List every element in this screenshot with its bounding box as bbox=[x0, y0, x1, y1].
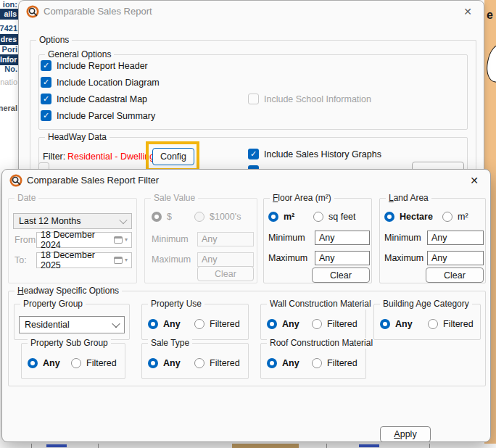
chevron-down-icon bbox=[119, 216, 127, 224]
radio-building-age-any[interactable]: Any bbox=[380, 319, 413, 329]
calendar-dropdown[interactable]: ▾ bbox=[114, 257, 128, 264]
radio-land-area-m2[interactable]: m² bbox=[442, 212, 468, 222]
screen: ion: ails 27421 dres Pori Infor No. nati… bbox=[0, 0, 496, 448]
date-from-field[interactable]: 18 December 2024 ▾ bbox=[36, 232, 132, 248]
comparable-sales-report-filter-dialog: Comparable Sales Report Filter ✕ Date La… bbox=[1, 169, 491, 442]
radio-label: Any bbox=[163, 319, 181, 329]
filter-label: Filter: bbox=[43, 152, 65, 162]
property-group-dropdown[interactable]: Residential bbox=[19, 316, 125, 333]
radio-sale-type-filtered[interactable]: Filtered bbox=[194, 358, 240, 368]
property-group-groupbox: Property Group Residential bbox=[14, 304, 130, 340]
bg-map-fragment bbox=[232, 444, 299, 448]
bg-text-fragment: No. bbox=[4, 65, 17, 73]
radio-roof-filtered[interactable]: Filtered bbox=[312, 358, 357, 368]
radio-unselected-disabled-icon bbox=[194, 212, 204, 222]
chevron-down-icon: ▾ bbox=[125, 236, 128, 244]
bg-text-fragment: ion: bbox=[3, 0, 17, 9]
field-value: Any bbox=[319, 253, 335, 263]
radio-property-sub-group-filtered[interactable]: Filtered bbox=[71, 358, 117, 368]
radio-label: Any bbox=[395, 319, 413, 329]
apply-button[interactable]: Apply bbox=[380, 426, 431, 442]
filter-dialog-close-icon[interactable]: ✕ bbox=[467, 173, 481, 188]
checked-checkbox-icon: ✓ bbox=[41, 77, 51, 88]
roof-construction-material-groupbox: Roof Construction Material Any Filtered bbox=[260, 343, 366, 379]
land-area-maximum-field[interactable]: Any bbox=[427, 251, 484, 265]
floor-area-minimum-field[interactable]: Any bbox=[315, 231, 370, 245]
radio-selected-icon bbox=[384, 212, 394, 222]
date-to-field[interactable]: 18 December 2025 ▾ bbox=[36, 252, 132, 268]
land-area-clear-button[interactable]: Clear bbox=[426, 267, 484, 283]
radio-unselected-icon bbox=[312, 358, 322, 368]
date-to-value: 18 December 2025 bbox=[41, 250, 114, 270]
bg-text-fragment: 27421 bbox=[0, 24, 17, 33]
main-dialog-close-icon[interactable]: ✕ bbox=[460, 4, 475, 19]
radio-label: Filtered bbox=[86, 358, 117, 368]
building-age-category-groupbox: Building Age Category Any Filtered bbox=[373, 304, 481, 340]
field-value: Any bbox=[431, 253, 447, 263]
sale-type-groupbox: Sale Type Any Filtered bbox=[141, 343, 249, 379]
land-area-groupbox-label: Land Area bbox=[386, 193, 431, 204]
field-value: Any bbox=[431, 233, 447, 243]
date-preset-dropdown[interactable]: Last 12 Months bbox=[13, 213, 132, 229]
radio-label: Any bbox=[163, 358, 181, 368]
property-group-value: Residential bbox=[25, 320, 70, 330]
checkbox-include-sales-history-graphs[interactable]: ✓ Include Sales History Graphs bbox=[248, 149, 381, 159]
floor-area-maximum-field[interactable]: Any bbox=[315, 251, 370, 265]
calendar-dropdown[interactable]: ▾ bbox=[114, 236, 128, 244]
bg-nav-bar: Infor bbox=[0, 54, 18, 65]
bg-text-fragment: natio bbox=[0, 78, 17, 86]
checkbox-include-cadastral-map[interactable]: ✓ Include Cadastral Map bbox=[41, 94, 147, 104]
radio-property-sub-group-any[interactable]: Any bbox=[28, 358, 60, 368]
bg-link-fragment bbox=[46, 444, 67, 447]
radio-label: Filtered bbox=[327, 319, 357, 329]
floor-area-groupbox: Floor Area (m²) m² sq feet Minimum Any M… bbox=[263, 198, 372, 283]
bg-link-fragment bbox=[359, 444, 379, 447]
radio-selected-icon bbox=[267, 319, 277, 329]
radio-sale-value-thousands: $1000's bbox=[194, 212, 241, 222]
radio-wall-any[interactable]: Any bbox=[267, 319, 299, 329]
radio-selected-icon bbox=[148, 319, 158, 329]
minimum-label: Minimum bbox=[268, 233, 305, 243]
wall-construction-material-label: Wall Construction Material bbox=[267, 299, 374, 310]
radio-unselected-icon bbox=[71, 358, 81, 368]
radio-land-area-hectare[interactable]: Hectare bbox=[384, 212, 433, 222]
sale-value-maximum-field: Any bbox=[197, 252, 254, 267]
radio-selected-icon bbox=[268, 212, 278, 222]
general-options-groupbox-label: General Options bbox=[45, 49, 114, 60]
bg-table-line bbox=[98, 444, 99, 448]
wall-construction-material-groupbox: Wall Construction Material Any Filtered bbox=[260, 304, 366, 340]
calendar-icon bbox=[114, 236, 123, 244]
land-area-minimum-field[interactable]: Any bbox=[427, 231, 484, 245]
checked-checkbox-icon: ✓ bbox=[41, 60, 51, 71]
radio-wall-filtered[interactable]: Filtered bbox=[312, 319, 357, 329]
field-value: Any bbox=[202, 234, 218, 244]
bg-table-line bbox=[326, 444, 327, 448]
checkbox-include-report-header[interactable]: ✓ Include Report Header bbox=[41, 60, 148, 71]
filter-value: Residential - Dwelling bbox=[67, 152, 154, 162]
radio-sale-type-any[interactable]: Any bbox=[148, 358, 181, 368]
radio-floor-area-m2[interactable]: m² bbox=[268, 212, 294, 222]
floor-area-groupbox-label: Floor Area (m²) bbox=[270, 193, 334, 204]
radio-roof-any[interactable]: Any bbox=[267, 358, 299, 368]
radio-floor-area-sq-feet[interactable]: sq feet bbox=[313, 212, 356, 222]
radio-selected-icon bbox=[28, 358, 38, 368]
filter-dialog-title: Comparable Sales Report Filter bbox=[27, 175, 159, 186]
radio-label: m² bbox=[458, 212, 468, 222]
checkbox-include-parcel-summary[interactable]: ✓ Include Parcel Summary bbox=[41, 110, 155, 121]
headway-data-groupbox-label: HeadWay Data bbox=[45, 132, 109, 143]
chevron-down-icon bbox=[112, 320, 120, 328]
radio-property-use-filtered[interactable]: Filtered bbox=[194, 319, 240, 329]
checkbox-include-location-diagram[interactable]: ✓ Include Location Diagram bbox=[41, 77, 160, 88]
floor-area-clear-button[interactable]: Clear bbox=[312, 267, 370, 283]
radio-property-use-any[interactable]: Any bbox=[148, 319, 181, 329]
radio-label: $ bbox=[167, 212, 172, 222]
date-groupbox-label: Date bbox=[15, 193, 38, 204]
checked-checkbox-icon: ✓ bbox=[248, 149, 259, 159]
radio-label: Any bbox=[282, 319, 299, 329]
checkbox-label: Include Report Header bbox=[57, 61, 148, 71]
checked-checkbox-icon: ✓ bbox=[41, 94, 51, 104]
radio-building-age-filtered[interactable]: Filtered bbox=[428, 319, 474, 329]
date-preset-value: Last 12 Months bbox=[19, 216, 80, 226]
radio-label: sq feet bbox=[328, 212, 356, 222]
checkbox-label: Include Cadastral Map bbox=[57, 94, 147, 104]
